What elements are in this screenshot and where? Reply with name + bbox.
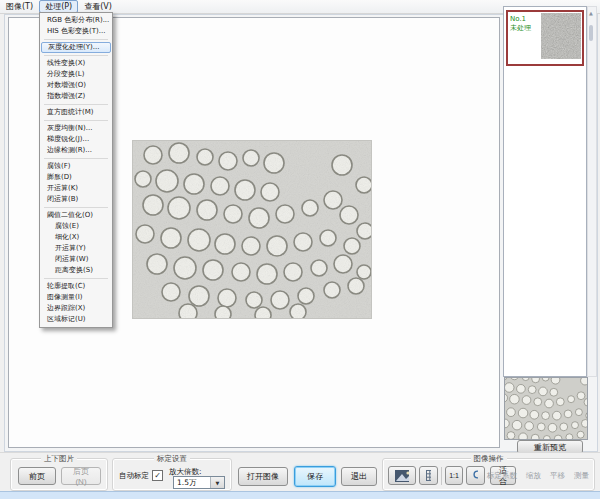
image-list[interactable]: No.1 未处理 — [503, 6, 587, 377]
menu-item-bin-close[interactable]: 闭运算(W) — [40, 254, 112, 265]
menu-item-threshold[interactable]: 阈值二值化(O) — [40, 210, 112, 221]
auto-calib-row: 自动标定 ✓ — [119, 470, 163, 481]
open-image-button[interactable]: 打开图像 — [238, 467, 288, 486]
bottom-toolbar: 上下图片 前页 后页(N) 标定设置 自动标定 ✓ 放大倍数: 1.5万 ▼ 打… — [0, 452, 600, 492]
menu-separator — [44, 39, 108, 40]
menu-item-rgb[interactable]: RGB 色彩分布(R)... — [40, 15, 112, 26]
menu-item-bin-thin[interactable]: 细化(X) — [40, 232, 112, 243]
menu-item-measure[interactable]: 图像测量(I) — [40, 292, 112, 303]
menu-separator — [44, 120, 108, 121]
auto-calib-checkbox[interactable]: ✓ — [152, 470, 163, 481]
window-bottom-strip — [0, 491, 600, 499]
magnification-value: 1.5万 — [174, 478, 210, 488]
list-item-number: No.1 — [510, 15, 539, 24]
menu-item-histogram[interactable]: 直方图统计(M) — [40, 107, 112, 118]
preview-thumbnail — [504, 377, 588, 440]
list-scrollbar[interactable]: ▲ — [587, 6, 597, 377]
grid-view-button[interactable] — [419, 466, 438, 485]
page-group-title: 上下图片 — [41, 454, 77, 463]
magnification-select[interactable]: 1.5万 ▼ — [173, 476, 225, 489]
grid-icon — [426, 470, 431, 481]
menu-item-bin-open[interactable]: 开运算(Y) — [40, 243, 112, 254]
calibration-group: 标定设置 自动标定 ✓ 放大倍数: 1.5万 ▼ — [112, 458, 232, 491]
menu-item-region[interactable]: 区域标记(U) — [40, 314, 112, 325]
zoom-button[interactable] — [466, 466, 485, 485]
menu-item-edge[interactable]: 边缘检测(R)... — [40, 145, 112, 156]
image-mode-button[interactable] — [388, 466, 416, 485]
menu-item-sharpen[interactable]: 梯度锐化(J)... — [40, 134, 112, 145]
menu-item-dilate[interactable]: 膨胀(D) — [40, 172, 112, 183]
particle-image — [133, 141, 371, 318]
magnifier-icon — [473, 470, 478, 481]
menu-item-exp[interactable]: 指数增强(Z) — [40, 91, 112, 102]
menu-item-linear[interactable]: 线性变换(X) — [40, 58, 112, 69]
list-item-thumbnail — [541, 13, 581, 59]
menu-item-open-op[interactable]: 开运算(K) — [40, 183, 112, 194]
menu-item-erode[interactable]: 腐蚀(F) — [40, 161, 112, 172]
menu-item-contour[interactable]: 轮廓提取(C) — [40, 281, 112, 292]
menu-separator — [44, 55, 108, 56]
zoom-ratio-button[interactable]: 1:1 — [445, 466, 463, 485]
toolbar-divider — [441, 467, 442, 485]
menu-item-bin-erode[interactable]: 腐蚀(E) — [40, 221, 112, 232]
scrollbar-thumb[interactable] — [589, 25, 593, 41]
menu-separator — [44, 104, 108, 105]
list-item[interactable]: No.1 未处理 — [506, 10, 584, 66]
zoom-tool-button[interactable]: 缩放 — [526, 471, 541, 481]
menu-item-distance[interactable]: 距离变换(S) — [40, 265, 112, 276]
auto-calib-label: 自动标定 — [119, 471, 149, 481]
list-item-status: 未处理 — [510, 24, 539, 33]
menu-item-log[interactable]: 对数增强(O) — [40, 80, 112, 91]
menu-item-gray[interactable]: 灰度化处理(Y)... — [41, 42, 111, 53]
calib-coeff-button[interactable]: 标定系数 — [487, 471, 517, 481]
calibration-group-title: 标定设置 — [154, 454, 190, 463]
menu-image[interactable]: 图像(T) — [0, 0, 39, 13]
view-group-title: 图像操作 — [471, 454, 507, 463]
view-group: 图像操作 1:1 — [382, 458, 595, 491]
chevron-down-icon[interactable]: ▼ — [210, 477, 224, 488]
menu-item-boundary[interactable]: 边界跟踪(X) — [40, 303, 112, 314]
scroll-up-icon[interactable]: ▲ — [589, 10, 593, 16]
measure-tool-button[interactable]: 测量 — [574, 471, 589, 481]
save-button[interactable]: 保存 — [294, 466, 336, 487]
prev-page-button[interactable]: 前页 — [18, 467, 56, 485]
page-group: 上下图片 前页 后页(N) — [10, 458, 108, 491]
menu-separator — [44, 207, 108, 208]
menu-item-his[interactable]: HIS 色彩变换(T)... — [40, 26, 112, 37]
menu-separator — [44, 278, 108, 279]
picture-icon — [395, 470, 409, 482]
exit-button[interactable]: 退出 — [341, 467, 377, 486]
next-page-button[interactable]: 后页(N) — [61, 467, 101, 485]
menu-separator — [44, 158, 108, 159]
menu-item-equalize[interactable]: 灰度均衡(N)... — [40, 123, 112, 134]
menu-item-close-op[interactable]: 闭运算(B) — [40, 194, 112, 205]
list-item-info: No.1 未处理 — [508, 12, 540, 64]
menu-item-piecewise[interactable]: 分段变换(L) — [40, 69, 112, 80]
pan-tool-button[interactable]: 平移 — [550, 471, 565, 481]
process-menu-popup: RGB 色彩分布(R)... HIS 色彩变换(T)... 灰度化处理(Y)..… — [39, 12, 113, 328]
